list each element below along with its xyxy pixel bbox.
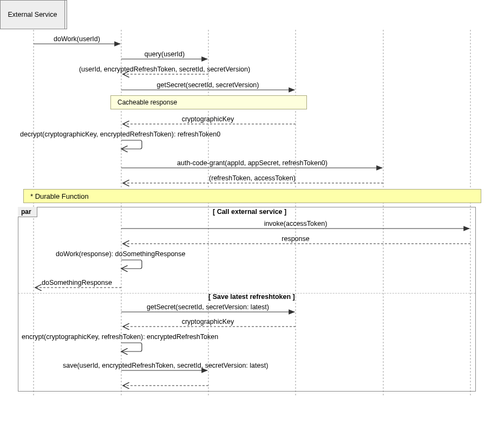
participant-label: External Service <box>8 11 57 18</box>
note-text: * Durable Function <box>30 192 89 200</box>
msg-dowork-userid: doWork(userId) <box>34 35 120 43</box>
msg-return-tokens: (refreshToken, accessToken) <box>121 174 383 182</box>
fragment-title-call-external: [ Call external service ] <box>213 208 286 216</box>
msg-cryptokey1: cryptographicKey <box>121 115 294 123</box>
note-text: Cacheable response <box>117 99 177 106</box>
msg-auth-code-grant: auth-code-grant(appId, appSecret, refres… <box>121 159 383 167</box>
msg-decrypt: decrypt(cryptographicKey, encryptedRefre… <box>20 131 226 138</box>
fragment-title-save-token: [ Save latest refreshtoken ] <box>208 293 295 301</box>
msg-return-tuple: (userId, encryptedRefreshToken, secretId… <box>78 66 251 73</box>
participant-external-service-bottom: External Service <box>0 0 65 29</box>
msg-query-userid: query(userId) <box>121 50 208 58</box>
note-cacheable: Cacheable response <box>110 95 307 109</box>
fragment-par-label: par <box>18 207 37 217</box>
msg-getsecret: getSecret(secretId, secretVersion) <box>121 81 294 89</box>
note-durable-function: * Durable Function <box>23 189 481 203</box>
